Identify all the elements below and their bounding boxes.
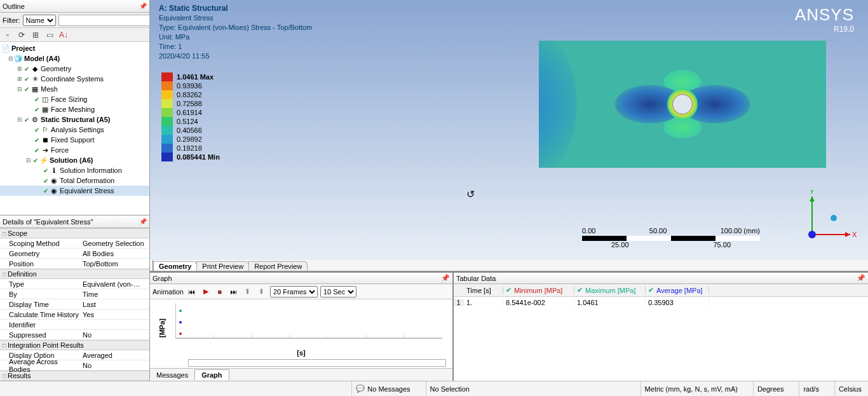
- anim-first-icon[interactable]: ⏮: [186, 286, 198, 297]
- viewport-time: Time: 1: [159, 42, 312, 51]
- tree-coord[interactable]: ⊞✔✳Coordinate Systems: [0, 74, 149, 84]
- prop-calc-hist[interactable]: Calculate Time HistoryYes: [0, 310, 149, 320]
- tree-analysis[interactable]: ✔⚐Analysis Settings: [0, 125, 149, 135]
- time-slider[interactable]: [188, 359, 446, 367]
- check-icon: ✔: [32, 157, 39, 164]
- filter-text-input[interactable]: [58, 15, 150, 26]
- project-icon: 📄: [1, 44, 10, 53]
- anim-cycle2-icon[interactable]: ⫴: [256, 286, 268, 297]
- col-min[interactable]: ✔Minimum [MPa]: [503, 286, 574, 294]
- tree-eqstress[interactable]: ✔◉Equivalent Stress: [0, 186, 149, 196]
- tree-model[interactable]: ⊟🧊Model (A4): [0, 53, 149, 64]
- tabular-body[interactable]: 1 1. 8.5441e-002 1.0461 0.35903: [454, 297, 868, 381]
- pin-icon[interactable]: 📌: [441, 274, 450, 282]
- group-integration[interactable]: Integration Point Results: [0, 340, 149, 350]
- tree-totaldef[interactable]: ✔◉Total Deformation: [0, 175, 149, 186]
- check-icon: ✔: [23, 116, 31, 123]
- legend-label: 0.83262: [177, 91, 202, 99]
- twist-icon[interactable]: ⊟: [25, 157, 32, 163]
- pin-icon[interactable]: 📌: [139, 218, 147, 225]
- legend-label: 0.93936: [177, 82, 202, 90]
- twist-icon[interactable]: ⊟: [8, 55, 14, 62]
- tree-face-meshing[interactable]: ✔▦Face Meshing: [0, 104, 149, 114]
- legend-label: 0.40566: [177, 126, 202, 134]
- tree-solinfo[interactable]: ✔ℹSolution Information: [0, 165, 149, 175]
- graph-plot[interactable]: [MPa] [s]: [150, 299, 452, 368]
- prop-avg-across[interactable]: Average Across BodiesNo: [0, 360, 149, 371]
- col-avg[interactable]: ✔Average [MPa]: [646, 286, 709, 294]
- refresh-icon[interactable]: ⟳: [17, 30, 27, 40]
- twist-icon[interactable]: ⊟: [17, 86, 23, 92]
- legend-swatch: [161, 117, 173, 126]
- svg-marker-1: [845, 232, 850, 237]
- svg-marker-4: [810, 196, 815, 201]
- sort-icon[interactable]: A↓: [58, 30, 69, 40]
- tree-mesh[interactable]: ⊟✔▦Mesh: [0, 84, 149, 94]
- orientation-triad[interactable]: X Y: [799, 190, 857, 247]
- status-selection: No Selection: [426, 381, 629, 396]
- tab-graph[interactable]: Graph: [194, 369, 229, 380]
- tab-messages[interactable]: Messages: [150, 370, 194, 380]
- tabular-header: Tabular Data📌: [454, 273, 868, 284]
- duration-select[interactable]: 10 Sec: [320, 286, 356, 297]
- table-row[interactable]: 1 1. 8.5441e-002 1.0461 0.35903: [454, 297, 868, 308]
- new-icon[interactable]: ▫: [3, 30, 13, 40]
- legend-label: 0.72588: [177, 100, 202, 107]
- tab-print-preview[interactable]: Print Preview: [196, 261, 249, 271]
- check-icon: ✔: [42, 177, 50, 184]
- group-definition[interactable]: Definition: [0, 269, 149, 279]
- legend-swatch: [161, 135, 173, 144]
- col-max[interactable]: ✔Maximum [MPa]: [574, 286, 646, 294]
- check-icon: ✔: [33, 96, 41, 103]
- twist-icon[interactable]: ⊟: [17, 116, 23, 123]
- tree-solution[interactable]: ⊟✔⚡Solution (A6): [0, 155, 149, 165]
- prop-scoping-method[interactable]: Scoping MethodGeometry Selection: [0, 238, 149, 249]
- prop-type[interactable]: TypeEquivalent (von-…: [0, 279, 149, 289]
- legend-label: 0.5124: [177, 118, 198, 125]
- prop-position[interactable]: PositionTop/Bottom: [0, 259, 149, 269]
- outline-title: Outline: [3, 3, 25, 10]
- tree-static[interactable]: ⊟✔⚙Static Structural (A5): [0, 114, 149, 125]
- anim-last-icon[interactable]: ⏭: [228, 286, 240, 297]
- pin-icon[interactable]: 📌: [857, 274, 865, 282]
- outline-header: Outline 📌: [0, 0, 149, 13]
- check-icon: ✔: [33, 147, 41, 154]
- prop-identifier[interactable]: Identifier: [0, 320, 149, 330]
- tree-face-sizing[interactable]: ✔◫Face Sizing: [0, 94, 149, 104]
- tab-geometry[interactable]: Geometry: [153, 261, 197, 271]
- twist-icon[interactable]: ⊞: [17, 76, 23, 82]
- viewport-subtitle: Equivalent Stress: [159, 13, 312, 23]
- filter-mode-select[interactable]: Name: [23, 15, 56, 26]
- frames-select[interactable]: 20 Frames: [270, 286, 318, 297]
- check-icon: ✔: [23, 76, 31, 83]
- prop-suppressed[interactable]: SuppressedNo: [0, 330, 149, 340]
- status-messages[interactable]: 💬No Messages: [351, 381, 414, 396]
- tree-geometry[interactable]: ⊞✔◆Geometry: [0, 64, 149, 74]
- anim-cycle-icon[interactable]: ⫴: [242, 286, 254, 297]
- outline-toolbar: ▫ ⟳ ⊞ ▭ A↓: [0, 28, 149, 42]
- prop-display-time[interactable]: Display TimeLast: [0, 299, 149, 310]
- prop-geometry[interactable]: GeometryAll Bodies: [0, 249, 149, 259]
- outline-tree[interactable]: 📄Project ⊟🧊Model (A4) ⊞✔◆Geometry ⊞✔✳Coo…: [0, 42, 149, 215]
- status-bar: 💬No Messages No Selection Metric (mm, kg…: [0, 381, 868, 396]
- anim-play-icon[interactable]: ▶: [200, 286, 212, 297]
- twist-icon[interactable]: ⊞: [17, 65, 23, 72]
- filter-label: Filter:: [3, 17, 20, 24]
- group-scope[interactable]: Scope: [0, 228, 149, 238]
- tab-report-preview[interactable]: Report Preview: [248, 261, 308, 271]
- contour-legend: 1.0461 Max0.939360.832620.725880.619140.…: [161, 72, 220, 161]
- collapse-icon[interactable]: ▭: [44, 30, 55, 40]
- col-time[interactable]: Time [s]: [464, 287, 503, 294]
- svg-point-17: [179, 321, 182, 324]
- anim-stop-icon[interactable]: ■: [214, 286, 226, 297]
- pin-icon[interactable]: 📌: [139, 3, 147, 10]
- graph-x-label: [s]: [297, 349, 305, 357]
- expand-icon[interactable]: ⊞: [31, 30, 41, 40]
- tree-project[interactable]: 📄Project: [0, 43, 149, 53]
- viewport-3d[interactable]: A: Static Structural Equivalent Stress T…: [150, 0, 868, 260]
- tree-force[interactable]: ✔➔Force: [0, 145, 149, 155]
- tree-fixed[interactable]: ✔⏹Fixed Support: [0, 135, 149, 145]
- prop-by[interactable]: ByTime: [0, 289, 149, 299]
- legend-label: 0.29892: [177, 135, 202, 143]
- legend-swatch: [161, 81, 173, 90]
